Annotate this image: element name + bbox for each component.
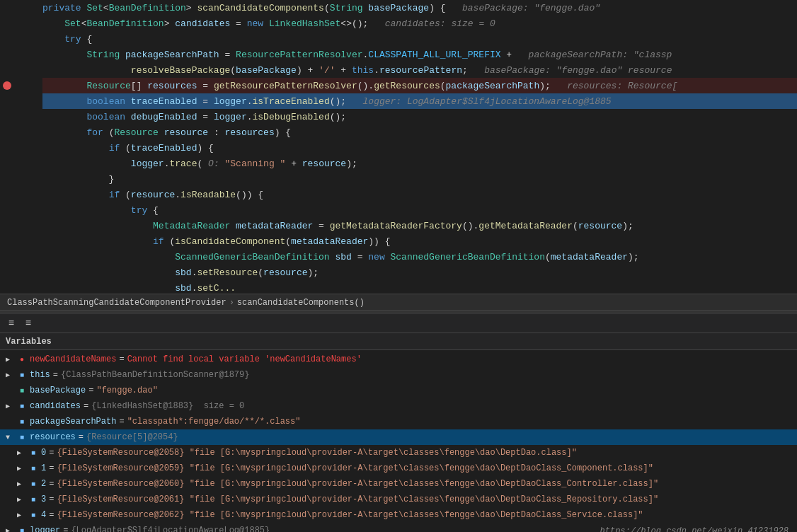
- var-equals: =: [49, 510, 54, 520]
- var-name: 4: [41, 510, 46, 520]
- expand-arrow: ▶: [17, 480, 28, 488]
- breakpoint-indicator: [3, 81, 11, 90]
- code-line: try {: [0, 31, 797, 47]
- code-line: ScannedGenericBeanDefinition sbd = new S…: [0, 249, 797, 265]
- var-value: Cannot find local variable 'newCandidate…: [127, 354, 362, 364]
- field-icon: ■: [28, 479, 38, 489]
- var-equals: =: [49, 448, 54, 458]
- variable-item-resources[interactable]: ▼ ■ resources = {Resource[5]@2054}: [0, 429, 797, 445]
- field-icon: ■: [17, 417, 27, 427]
- code-line: resolveBasePackage(basePackage) + '/' + …: [0, 62, 797, 78]
- line-gutter: [0, 187, 42, 202]
- var-equals: =: [53, 370, 58, 380]
- line-gutter: [0, 93, 42, 109]
- line-gutter: [0, 16, 42, 31]
- line-gutter: [0, 0, 42, 16]
- code-line: Set<BeanDefinition> candidates = new Lin…: [0, 16, 797, 31]
- var-name: packageSearchPath: [30, 417, 116, 427]
- code-line: logger.trace( O: "Scanning " + resource)…: [0, 156, 797, 171]
- var-equals: =: [119, 417, 124, 427]
- line-gutter: [0, 109, 42, 125]
- field-icon: ■: [28, 448, 38, 458]
- code-line: MetadataReader metadataReader = getMetad…: [0, 218, 797, 233]
- field-icon: ■: [28, 463, 38, 473]
- var-value: {LogAdapter$Slf4jLocationAwareLog@1885}: [71, 526, 270, 532]
- code-line-current: boolean traceEnabled = logger.isTraceEna…: [0, 93, 797, 109]
- code-content: private Set<BeanDefinition> scanCandidat…: [0, 0, 797, 294]
- error-icon: ●: [17, 354, 27, 364]
- field-icon: ■: [28, 510, 38, 520]
- line-gutter: [0, 78, 42, 93]
- code-line: sbd.setC...: [0, 280, 797, 294]
- var-value: {FileSystemResource@2060} "file [G:\mysp…: [57, 479, 658, 489]
- code-line: if (traceEnabled) {: [0, 140, 797, 156]
- code-line: private Set<BeanDefinition> scanCandidat…: [0, 0, 797, 16]
- var-equals: =: [119, 354, 124, 364]
- field-icon: ■: [17, 386, 27, 395]
- field-icon: ■: [17, 432, 27, 442]
- variable-item[interactable]: ▶ ■ candidates = {LinkedHashSet@1883} si…: [0, 398, 797, 414]
- var-name: candidates: [30, 401, 81, 411]
- var-equals: =: [79, 432, 84, 442]
- line-gutter: [0, 47, 42, 62]
- variables-toolbar: ≡ ≡: [0, 313, 797, 333]
- line-gutter: [0, 265, 42, 280]
- minus-icon[interactable]: ≡: [23, 318, 34, 329]
- code-line: boolean debugEnabled = logger.isDebugEna…: [0, 109, 797, 125]
- var-value: {FileSystemResource@2061} "file [G:\mysp…: [57, 495, 658, 504]
- var-name: this: [30, 370, 50, 380]
- variable-item[interactable]: ▶ ■ basePackage = "fengge.dao": [0, 383, 797, 398]
- var-equals: =: [49, 495, 54, 504]
- line-gutter: [0, 125, 42, 140]
- variable-item[interactable]: ▶ ■ 1 = {FileSystemResource@2059} "file …: [0, 461, 797, 476]
- var-equals: =: [84, 401, 88, 411]
- breadcrumb: ClassPathScanningCandidateComponentProvi…: [0, 294, 797, 311]
- line-gutter: [0, 233, 42, 249]
- var-value: {FileSystemResource@2059} "file [G:\mysp…: [57, 463, 653, 473]
- breadcrumb-class: ClassPathScanningCandidateComponentProvi…: [7, 298, 227, 308]
- code-line: sbd.setResource(resource);: [0, 265, 797, 280]
- variable-list: ▶ ● newCandidateNames = Cannot find loca…: [0, 350, 797, 532]
- expand-arrow: ▶: [17, 511, 28, 519]
- field-icon: ■: [17, 526, 27, 532]
- variable-item[interactable]: ▶ ■ 0 = {FileSystemResource@2058} "file …: [0, 445, 797, 461]
- list-icon[interactable]: ≡: [6, 318, 17, 329]
- expand-arrow: ▶: [6, 526, 17, 532]
- expand-arrow: ▶: [6, 386, 17, 395]
- expand-arrow: ▶: [17, 464, 28, 473]
- line-gutter: [0, 171, 42, 187]
- expand-arrow: ▶: [6, 402, 17, 410]
- variable-item[interactable]: ▶ ■ 4 = {FileSystemResource@2062} "file …: [0, 507, 797, 523]
- expand-arrow: ▼: [6, 434, 17, 441]
- code-line: if (isCandidateComponent(metadataReader)…: [0, 233, 797, 249]
- var-value: {FileSystemResource@2062} "file [G:\mysp…: [57, 510, 643, 520]
- code-line: for (Resource resource : resources) {: [0, 125, 797, 140]
- line-gutter: [0, 31, 42, 47]
- var-equals: =: [49, 479, 54, 489]
- var-value: {Resource[5]@2054}: [86, 432, 178, 442]
- breadcrumb-separator: ›: [229, 298, 234, 308]
- var-name: logger: [30, 526, 60, 532]
- variables-title: Variables: [6, 337, 52, 347]
- expand-arrow: ▶: [17, 495, 28, 504]
- breadcrumb-method: scanCandidateComponents(): [237, 298, 365, 308]
- expand-arrow: ▶: [6, 417, 17, 426]
- var-name: 1: [41, 463, 46, 473]
- code-line: if (resource.isReadable()) {: [0, 187, 797, 202]
- var-value: "classpath*:fengge/dao/**/*.class": [127, 417, 301, 427]
- var-name: 3: [41, 495, 46, 504]
- var-value: {ClassPathBeanDefinitionScanner@1879}: [61, 370, 249, 380]
- field-icon: ■: [17, 370, 27, 380]
- line-gutter: [0, 218, 42, 233]
- watermark: https://blog.csdn.net/weixin_41231928: [600, 526, 789, 532]
- var-equals: =: [63, 526, 68, 532]
- variable-item[interactable]: ▶ ● newCandidateNames = Cannot find loca…: [0, 352, 797, 367]
- var-value: "fengge.dao": [96, 386, 157, 395]
- variable-item[interactable]: ▶ ■ 2 = {FileSystemResource@2060} "file …: [0, 476, 797, 492]
- var-equals: =: [49, 463, 54, 473]
- variable-item[interactable]: ▶ ■ packageSearchPath = "classpath*:feng…: [0, 414, 797, 429]
- variable-item[interactable]: ▶ ■ 3 = {FileSystemResource@2061} "file …: [0, 492, 797, 507]
- var-value: {LinkedHashSet@1883} size = 0: [91, 401, 244, 411]
- variable-item[interactable]: ▶ ■ this = {ClassPathBeanDefinitionScann…: [0, 367, 797, 383]
- line-gutter: [0, 280, 42, 294]
